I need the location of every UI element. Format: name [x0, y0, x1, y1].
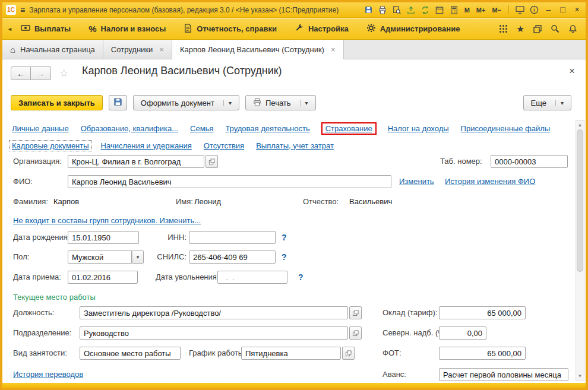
form-close-icon[interactable]: ×: [569, 65, 575, 77]
gender-dropdown-button[interactable]: ▾: [132, 251, 144, 264]
print-icon[interactable]: [378, 5, 388, 15]
department-field[interactable]: Руководство: [80, 326, 348, 340]
firstname-label: Имя:: [176, 195, 193, 208]
dismissal-date-field[interactable]: . .: [217, 271, 287, 284]
main-menu-icon[interactable]: ≡: [20, 5, 25, 15]
nav-link-family[interactable]: Семья: [190, 124, 213, 133]
dropdown-caret-icon[interactable]: ▾: [300, 100, 308, 106]
scrollbar-thumb[interactable]: [577, 129, 583, 272]
schedule-field[interactable]: Пятидневка: [241, 347, 341, 360]
tab-close-icon[interactable]: ×: [331, 45, 336, 54]
current-workplace-section-title: Текущее место работы: [13, 291, 96, 304]
tab-close-icon[interactable]: ×: [159, 45, 164, 54]
nav-link-absences[interactable]: Отсутствия: [204, 141, 244, 150]
menu-item-administration[interactable]: Администрирование: [366, 23, 460, 34]
vertical-scrollbar[interactable]: ▲ ▼: [576, 120, 584, 381]
minimize-button[interactable]: –: [543, 5, 554, 15]
fio-field[interactable]: Карпов Леонид Васильевич: [68, 175, 391, 188]
menu-item-payments[interactable]: Выплаты: [21, 23, 71, 34]
tab-number-field[interactable]: 0000-00003: [491, 155, 568, 168]
scroll-down-icon[interactable]: ▼: [576, 372, 584, 380]
info-icon[interactable]: [529, 5, 539, 15]
organization-field[interactable]: Крон-Ц. Филиал в г. Волгоград: [68, 155, 204, 168]
scroll-up-icon[interactable]: ▲: [576, 121, 584, 129]
nav-link-education[interactable]: Образование, квалифика...: [81, 124, 178, 133]
snils-help-icon[interactable]: ?: [282, 251, 287, 264]
display-settings-icon[interactable]: [515, 5, 525, 15]
north-allowance-field[interactable]: 0,00: [439, 326, 486, 340]
favorites-star-icon[interactable]: ★: [517, 24, 524, 33]
position-field[interactable]: Заместитель директора /Руководство/: [80, 306, 348, 319]
birth-date-field[interactable]: 15.01.1950: [68, 231, 139, 244]
search-icon[interactable]: [551, 24, 559, 33]
nav-link-accruals[interactable]: Начисления и удержания: [101, 141, 192, 150]
inn-help-icon[interactable]: ?: [282, 231, 287, 244]
gender-field[interactable]: Мужской: [68, 251, 132, 264]
memory-minus-button[interactable]: М−: [491, 7, 502, 14]
employee-form: ← → ☆ Карпов Леонид Васильевич (Сотрудни…: [2, 59, 586, 383]
recent-icon[interactable]: [533, 25, 542, 33]
menu-item-reports[interactable]: Отчетность, справки: [184, 24, 277, 34]
print-button[interactable]: Печать ▾: [245, 95, 316, 110]
save-and-close-button[interactable]: Записать и закрыть: [11, 95, 103, 110]
menu-item-label: Выплаты: [34, 24, 71, 33]
titlebar-icons: М М+ М− – □ ×: [363, 5, 582, 15]
schedule-picker-button[interactable]: [342, 347, 355, 360]
salary-field[interactable]: 65 000,00: [439, 306, 526, 319]
fot-field[interactable]: 65 000,00: [439, 347, 526, 360]
employment-type-field[interactable]: Основное место работы: [80, 347, 181, 360]
print-label: Печать: [265, 99, 291, 107]
nav-link-attached-files[interactable]: Присоединенные файлы: [461, 124, 551, 133]
row-gender-snils: Пол: Мужской ▾ СНИЛС: 265-406-409 69 ?: [13, 251, 568, 265]
save-icon[interactable]: [363, 5, 374, 15]
tab-employee-card[interactable]: Карпов Леонид Васильевич (Сотрудник) ×: [172, 40, 344, 59]
collapse-sections-icon[interactable]: ◄: [7, 26, 12, 32]
close-button[interactable]: ×: [572, 5, 582, 15]
dropdown-caret-icon[interactable]: ▾: [223, 100, 232, 106]
save-button[interactable]: [109, 95, 127, 110]
maximize-button[interactable]: □: [558, 5, 568, 15]
save-disk-icon: [113, 97, 122, 108]
wrench-icon: [295, 23, 304, 34]
position-picker-button[interactable]: [349, 306, 362, 319]
menu-item-settings[interactable]: Настройка: [295, 23, 349, 34]
sync-icon[interactable]: [421, 5, 431, 15]
menu-item-label: Налоги и взносы: [101, 24, 166, 33]
forward-button[interactable]: →: [31, 66, 51, 80]
fio-history-link[interactable]: История изменения ФИО: [445, 175, 535, 188]
nav-link-payments-costs[interactable]: Выплаты, учет затрат: [256, 141, 334, 150]
nav-link-personal[interactable]: Личные данные: [12, 124, 69, 133]
tab-employees[interactable]: Сотрудники ×: [103, 40, 172, 59]
tab-number-label: Таб. номер:: [440, 155, 482, 168]
dropdown-caret-icon[interactable]: ▾: [555, 100, 564, 106]
nav-link-income-tax[interactable]: Налог на доходы: [388, 124, 449, 133]
calculator-icon[interactable]: [449, 5, 459, 15]
snils-field[interactable]: 265-406-409 69: [189, 251, 276, 264]
nav-link-hr-documents[interactable]: Кадровые документы: [12, 141, 89, 150]
create-document-button[interactable]: Оформить документ ▾: [133, 95, 239, 110]
apps-grid-icon[interactable]: [499, 24, 508, 33]
favorite-toggle-icon[interactable]: ☆: [59, 67, 68, 80]
nav-link-work-activity[interactable]: Трудовая деятельность: [225, 124, 309, 133]
menu-item-taxes[interactable]: % Налоги и взносы: [88, 24, 166, 34]
organization-picker-button[interactable]: [206, 155, 218, 168]
employee-groups-link[interactable]: Не входит в составы групп сотрудников. И…: [13, 214, 201, 227]
department-picker-button[interactable]: [349, 326, 362, 340]
send-icon[interactable]: [406, 5, 416, 15]
change-fio-link[interactable]: Изменить: [399, 175, 434, 188]
tab-home[interactable]: ⌂ Начальная страница: [2, 40, 103, 59]
advance-field[interactable]: Расчет первой половины месяца: [439, 368, 568, 381]
home-icon: ⌂: [10, 45, 15, 55]
nav-link-insurance[interactable]: Страхование: [325, 124, 372, 133]
notifications-bell-icon[interactable]: [568, 24, 577, 33]
back-button[interactable]: ←: [11, 66, 31, 80]
memory-button[interactable]: М: [463, 7, 471, 14]
print-preview-icon[interactable]: [392, 5, 402, 15]
hire-date-field[interactable]: 01.02.2016: [68, 271, 138, 284]
transfer-history-link[interactable]: История переводов: [13, 368, 83, 381]
dismissal-help-icon[interactable]: ?: [298, 271, 304, 284]
memory-plus-button[interactable]: М+: [475, 7, 487, 14]
more-button[interactable]: Еще ▾: [523, 95, 571, 110]
calendar-icon[interactable]: [435, 5, 445, 15]
inn-field[interactable]: [189, 231, 276, 244]
